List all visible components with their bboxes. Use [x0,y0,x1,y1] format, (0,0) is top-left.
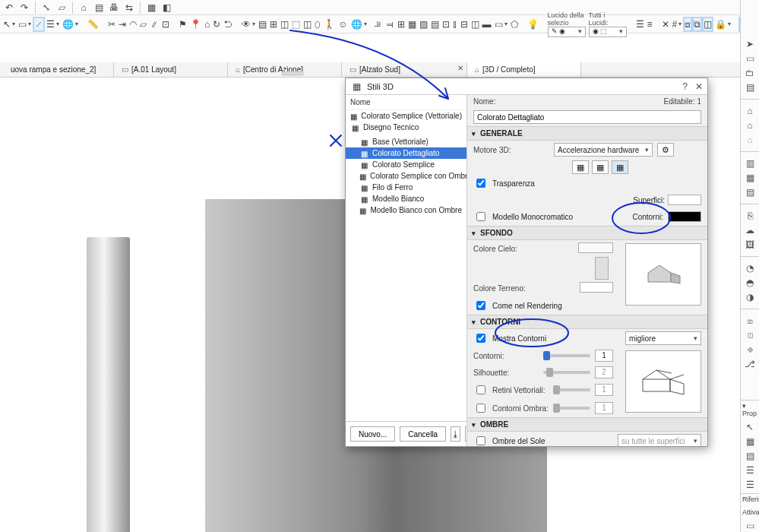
print-icon[interactable]: 🖶 [108,2,120,14]
center-icon[interactable]: ⊞ [397,18,405,30]
close-dialog-icon[interactable]: ✕ [695,81,703,92]
style-item[interactable]: ▦Filo di Ferro [346,182,466,193]
measure-icon[interactable]: ⟋ [34,18,43,30]
rendering-checkbox[interactable] [476,301,485,310]
gear-icon[interactable]: ⚙ [657,143,674,157]
section-icon[interactable]: ⫿ [453,18,457,30]
surfaces-select[interactable]: su tutte le superfici [618,434,701,446]
eye-icon[interactable]: 👁 [242,18,251,30]
rotate-icon[interactable]: ↻ [213,18,220,30]
panel-prop[interactable]: ▾ Prop [741,400,759,419]
section-sfondo[interactable]: ▾SFONDO [467,226,707,240]
trasparenza-checkbox[interactable] [476,179,485,188]
box-icon[interactable]: ⬚ [292,18,300,30]
mostra-contorni-checkbox[interactable] [476,334,485,343]
book-icon[interactable]: ▤ [93,2,105,14]
dialog-titlebar[interactable]: ▦Stili 3D ? ✕ [346,78,707,95]
help-icon[interactable]: ? [682,81,688,92]
style-item[interactable]: ▦Colorato Semplice (Vettoriale) [346,110,466,122]
roof-icon[interactable]: ⬠ [511,18,518,30]
style-item[interactable]: ▦Modello Bianco con Ombre [346,204,466,216]
global-icon[interactable]: 🌐 [62,18,74,30]
silhouette-val[interactable]: 2 [595,366,613,378]
sb-home2-icon[interactable]: ⌂ [744,119,756,131]
sb-book-icon[interactable]: ▤ [744,186,756,198]
lock-icon[interactable]: 🔒 [715,18,726,30]
sb-chart-icon[interactable]: ▤ [744,450,756,462]
halign-icon[interactable]: ⫤ [385,18,394,30]
tab-3[interactable]: ▭[Alzato Sud]✕ [342,62,467,77]
valign-icon[interactable]: ⫡ [373,18,382,30]
house-icon[interactable]: ⌂ [204,18,210,30]
sb-cursor-icon[interactable]: ↖ [744,421,756,433]
cont-ombra-val[interactable]: 1 [595,402,613,414]
engine-btn-1[interactable]: ▦ [572,160,589,174]
tab-0[interactable]: uova rampa e sezione_2] [0,62,114,77]
elev-icon[interactable]: ⊟ [460,18,468,30]
style-item[interactable]: ▦Disegno Tecnico [346,122,466,133]
engine-btn-3[interactable]: ▦ [612,160,628,174]
bulb-icon[interactable]: 💡 [527,18,539,30]
cube-icon[interactable]: ◧ [160,2,172,14]
sb-img-icon[interactable]: 🖼 [744,239,756,251]
tab-1[interactable]: ▭[A.01 Layout] [114,62,228,77]
layer-select-2[interactable]: ◉ ⬚ [589,27,627,37]
ombre-sole-checkbox[interactable] [476,436,485,445]
room-icon[interactable]: ▭ [495,18,503,30]
move-icon[interactable]: ⤡ [40,2,52,14]
marquee-icon[interactable]: ▭ [18,18,27,30]
engine-btn-2[interactable]: ▦ [592,160,609,174]
retini-checkbox[interactable] [476,385,485,394]
panel-attiva[interactable]: Attiva: [741,507,759,518]
redo-icon[interactable]: ↷ [18,2,30,14]
guide-on-icon[interactable]: ⧉ [694,18,700,30]
name-input[interactable] [473,110,701,124]
align-left-icon[interactable]: ☰ [636,18,644,30]
person-icon[interactable]: ☺ [338,18,347,30]
walk-icon[interactable]: 🚶 [324,18,335,30]
wall-icon[interactable]: ▬ [482,18,492,30]
delete-button[interactable]: Cancella [400,426,446,442]
sb-folder-icon[interactable]: 🗀 [744,67,756,79]
sb-sphere-icon[interactable]: ◑ [744,291,756,303]
contorni-slider[interactable] [543,354,590,357]
sb-cloud-icon[interactable]: ☁ [744,224,756,236]
ruler-icon[interactable]: 📏 [87,18,99,30]
extend-icon[interactable]: ⇥ [119,18,126,30]
snap-guide-icon[interactable]: ⧈ [685,18,691,30]
sb-home-icon[interactable]: ⌂ [744,105,756,117]
undo-icon[interactable]: ↶ [3,2,15,14]
section-contorni[interactable]: ▾CONTORNI [467,315,707,329]
sb-tree2-icon[interactable]: ⎅ [744,329,756,341]
window-icon[interactable]: ⊞ [270,18,277,30]
style-item[interactable]: ▦Modello Bianco [346,193,466,204]
section-ombre[interactable]: ▾OMBRE [467,417,707,432]
guide2-icon[interactable]: ◫ [704,18,712,30]
sb-grid-icon[interactable]: ▦ [744,435,756,448]
superfici-swatch[interactable] [668,195,701,205]
gradient-handle[interactable] [595,257,609,280]
snap-icon[interactable]: ✕ [662,18,669,30]
cont-ombra-checkbox[interactable] [476,404,485,413]
style-item[interactable]: ▦Colorato Semplice con Ombre [346,170,466,182]
sb-list2-icon[interactable]: ☰ [744,479,756,491]
pin-icon[interactable]: 📍 [190,18,201,30]
style-item[interactable]: ▦Base (Vettoriale) [346,136,466,147]
isolate-icon[interactable]: ⊡ [442,18,450,30]
layers-icon[interactable]: ▤ [258,18,267,30]
sb-layer2-icon[interactable]: ▦ [744,172,756,184]
new-button[interactable]: Nuovo... [350,426,395,442]
mono-checkbox[interactable] [476,212,485,221]
sb-circle-icon[interactable]: ◓ [744,277,756,289]
mirror-icon[interactable]: ⮌ [223,18,232,30]
fillet-icon[interactable]: ◠ [129,18,137,30]
align-distribute-icon[interactable]: ≡ [647,18,653,30]
flag-icon[interactable]: ⚑ [179,18,187,30]
offset-icon[interactable]: ⊡ [162,18,169,30]
contorni-val[interactable]: 1 [595,350,613,362]
sb-arrow-icon[interactable]: ➤ [744,38,756,50]
trim-icon[interactable]: ✂ [108,18,115,30]
grid-icon[interactable]: ▦ [145,2,157,14]
door-icon[interactable]: ◫ [471,18,479,30]
import-icon[interactable]: ⭳ [451,426,460,442]
